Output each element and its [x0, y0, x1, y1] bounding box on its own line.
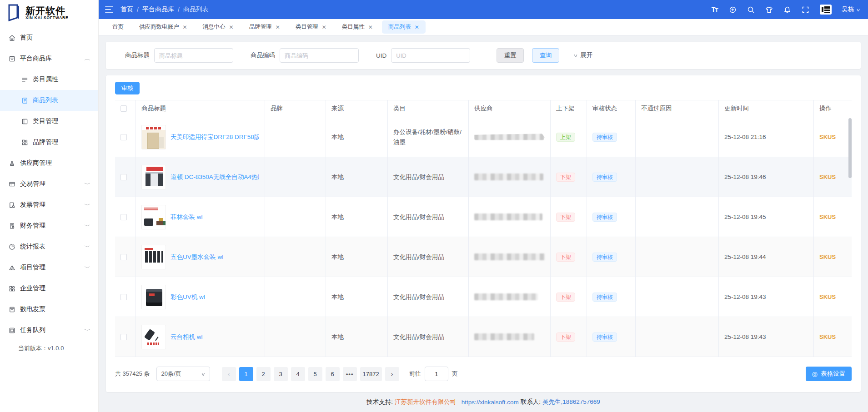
font-size-icon[interactable]: TT	[711, 5, 719, 14]
prev-page-button[interactable]: ‹	[222, 367, 236, 381]
expand-toggle[interactable]: ∨ 展开	[574, 51, 592, 60]
row-checkbox[interactable]	[120, 254, 127, 260]
sidebar-item-invoice-mgmt[interactable]: 发票管理 ﹀	[0, 194, 98, 215]
product-title-link[interactable]: 云台相机 wl	[171, 333, 203, 341]
pagination: 共 357425 条 20条/页 ∨ ‹ 1 2 3 4 5 6 ••• 178…	[115, 359, 852, 387]
updated-time: 25-12-08 19:43	[719, 277, 814, 317]
user-avatar[interactable]	[820, 5, 832, 15]
sidebar-item-home[interactable]: 首页	[0, 27, 98, 48]
updated-time: 25-12-08 19:45	[719, 197, 814, 237]
breadcrumb-library[interactable]: 平台商品库	[142, 5, 174, 14]
chevron-down-icon: ∨	[856, 7, 860, 12]
page-button[interactable]: 3	[274, 367, 288, 381]
tab-close-icon[interactable]: ✕	[322, 24, 326, 30]
product-title-link[interactable]: 天美印适用得宝DRF28 DRF58版纸J	[171, 133, 259, 141]
query-button[interactable]: 查询	[532, 48, 559, 63]
product-title-link[interactable]: 五色UV墨水套装 wl	[171, 253, 223, 261]
sidebar-item-category-mgmt[interactable]: 类目管理	[0, 111, 98, 132]
top-bar: 首页 / 平台商品库 / 商品列表 TT 吴栋 ∨	[99, 0, 868, 19]
sidebar-item-enterprise-mgmt[interactable]: 企业管理	[0, 278, 98, 299]
filter-code-input[interactable]	[280, 48, 359, 63]
tab-close-icon[interactable]: ✕	[368, 24, 373, 30]
audit-status-badge: 待审核	[592, 213, 617, 222]
tab-close-icon[interactable]: ✕	[276, 24, 280, 30]
filter-uid-label: UID	[376, 52, 386, 59]
skus-link[interactable]: SKUS	[819, 174, 836, 180]
audit-status-badge: 待审核	[592, 173, 617, 182]
sidebar-item-trade-mgmt[interactable]: 交易管理 ﹀	[0, 174, 98, 194]
sidebar-item-supplier-mgmt[interactable]: 供应商管理	[0, 153, 98, 174]
sidebar-item-project-mgmt[interactable]: 项目管理 ﹀	[0, 257, 98, 278]
last-page-button[interactable]: 17872	[360, 367, 382, 381]
tab-close-icon[interactable]: ✕	[415, 24, 419, 30]
tab-product-list[interactable]: 商品列表✕	[382, 20, 426, 34]
tab-message-center[interactable]: 消息中心✕	[196, 20, 240, 34]
collapse-menu-icon[interactable]	[105, 6, 113, 13]
tab-category-mgmt[interactable]: 类目管理✕	[289, 20, 333, 34]
audit-status-badge: 待审核	[592, 293, 617, 302]
filter-title-input[interactable]	[154, 48, 233, 63]
audit-status-badge: 待审核	[592, 333, 617, 342]
chevron-down-icon: ﹀	[84, 223, 90, 229]
tab-category-attrs[interactable]: 类目属性✕	[336, 20, 379, 34]
skus-link[interactable]: SKUS	[819, 134, 836, 140]
product-title-link[interactable]: 菲林套装 wl	[171, 213, 203, 221]
sidebar-item-category-attrs[interactable]: 类目属性	[0, 69, 98, 90]
search-icon[interactable]	[747, 5, 755, 14]
product-title-link[interactable]: 彩色UV机 wl	[171, 293, 205, 301]
sidebar-item-product-list[interactable]: 商品列表	[0, 90, 98, 111]
fullscreen-icon[interactable]	[802, 5, 810, 14]
skus-link[interactable]: SKUS	[819, 213, 836, 220]
goto-page-input[interactable]	[425, 367, 448, 381]
tab-close-icon[interactable]: ✕	[183, 24, 187, 30]
page-button[interactable]: 1	[239, 367, 253, 381]
row-checkbox[interactable]	[120, 134, 127, 140]
goto-label: 前往	[409, 370, 421, 378]
next-page-button[interactable]: ›	[385, 367, 399, 381]
page-button[interactable]: 6	[326, 367, 340, 381]
row-checkbox[interactable]	[120, 334, 127, 340]
sidebar-item-digital-invoice[interactable]: 数电发票	[0, 299, 98, 320]
page-button[interactable]: 2	[256, 367, 271, 381]
audit-button[interactable]: 审核	[115, 82, 140, 94]
audit-status-badge: 待审核	[592, 253, 617, 262]
table-header-row: 商品标题 品牌 来源 类目 供应商 上下架 审核状态 不通过原因 更新时间 操作	[115, 100, 852, 117]
row-checkbox[interactable]	[120, 174, 127, 180]
supplier-redacted	[474, 174, 543, 180]
locate-icon[interactable]	[729, 5, 737, 14]
tab-brand-mgmt[interactable]: 品牌管理✕	[243, 20, 286, 34]
page-button[interactable]: 5	[308, 367, 322, 381]
tab-supplier-accounts[interactable]: 供应商数电账户✕	[133, 20, 194, 34]
table-scrollbar[interactable]	[848, 118, 852, 178]
sidebar-item-statistics[interactable]: 统计报表 ﹀	[0, 236, 98, 257]
page-button[interactable]: 4	[291, 367, 305, 381]
chevron-down-icon: ﹀	[84, 181, 90, 188]
supplier-redacted	[474, 213, 542, 220]
more-pages-icon[interactable]: •••	[343, 367, 357, 381]
product-title-link[interactable]: 道顿 DC-8350A无线全自动A4热熔胶	[171, 173, 259, 181]
bell-icon[interactable]	[783, 5, 792, 14]
sidebar-item-product-library[interactable]: 平台商品库 ︿	[0, 48, 98, 69]
reset-button[interactable]: 重置	[497, 48, 524, 63]
page-size-select[interactable]: 20条/页 ∨	[156, 367, 210, 381]
theme-shirt-icon[interactable]	[765, 5, 773, 14]
skus-link[interactable]: SKUS	[819, 253, 836, 260]
document-icon	[8, 306, 15, 313]
website-link[interactable]: https://xinkaisoft.com	[462, 399, 519, 406]
breadcrumb-home[interactable]: 首页	[120, 5, 133, 14]
sidebar: 新开软件 XIN KAI SOFTWARE 首页 平台商品库 ︿ 类目属性 商品…	[0, 0, 99, 412]
row-checkbox[interactable]	[120, 294, 127, 300]
product-image	[141, 325, 166, 349]
sidebar-item-brand-mgmt[interactable]: 品牌管理	[0, 132, 98, 153]
skus-link[interactable]: SKUS	[819, 293, 836, 300]
table-settings-button[interactable]: ◎ 表格设置	[806, 367, 852, 381]
tab-close-icon[interactable]: ✕	[229, 24, 234, 30]
sidebar-item-finance-mgmt[interactable]: 财务管理 ﹀	[0, 215, 98, 236]
select-all-checkbox[interactable]	[120, 105, 127, 112]
skus-link[interactable]: SKUS	[819, 333, 836, 340]
filter-uid-input[interactable]	[391, 48, 470, 63]
user-menu[interactable]: 吴栋 ∨	[842, 5, 860, 14]
tab-home[interactable]: 首页	[106, 20, 130, 34]
sidebar-item-task-queue[interactable]: 任务队列 ﹀	[0, 320, 98, 341]
row-checkbox[interactable]	[120, 214, 127, 220]
